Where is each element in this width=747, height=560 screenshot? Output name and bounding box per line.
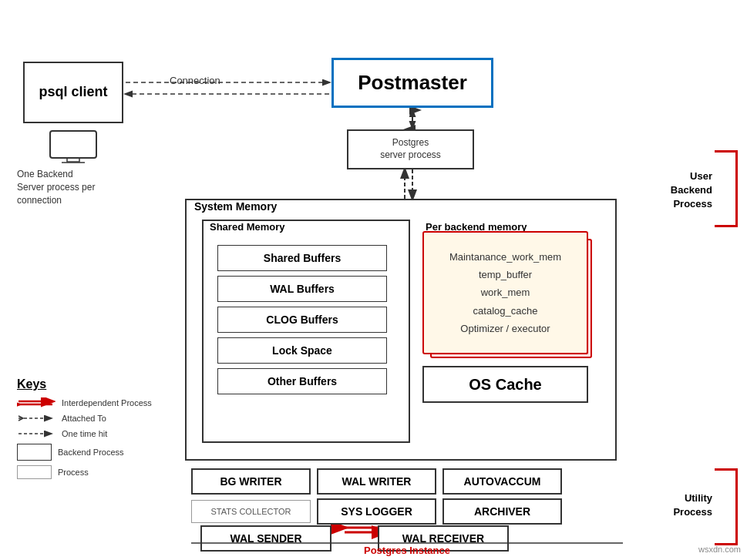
sm-item-shared-buffers: Shared Buffers [217,245,387,271]
key-process-label: Process [58,468,89,477]
key-onetime-label: One time hit [62,429,107,438]
psql-client-label: psql client [39,84,107,101]
user-backend-label: User Backend Process [671,169,712,212]
per-backend-item-2: work_mem [481,283,530,301]
svg-rect-10 [67,158,79,162]
key-attached-label: Attached To [62,414,106,423]
psql-client-box: psql client [23,62,123,123]
key-interdependent-label: Interdependent Process [62,398,152,407]
key-process-box [17,465,52,479]
pg-server-box: Postgres server process [347,129,474,169]
sm-item-other-buffers: Other Buffers [217,368,387,394]
sm-item-wal-buffers: WAL Buffers [217,276,387,302]
pg-instance-label: Postgres Instance ( Memory + Postmaster … [191,544,623,560]
keys-section: Keys Interdependent Process Attached To [17,377,171,484]
monitor-icon [46,129,100,164]
per-backend-item-3: catalog_cache [473,302,538,320]
wal-writer-box: WAL WRITER [317,468,436,495]
per-backend-item-1: temp_buffer [479,266,532,283]
system-memory-title: System Memory [194,200,277,213]
key-onetime-arrow [17,428,56,439]
os-cache-label: OS Cache [469,376,541,394]
key-onetime: One time hit [17,428,171,439]
key-attached: Attached To [17,413,171,424]
key-attached-arrow [17,413,56,424]
sm-item-clog-buffers: CLOG Buffers [217,307,387,333]
bg-writer-box: BG WRITER [191,468,311,495]
postmaster-label: Postmaster [358,71,467,95]
watermark: wsxdn.com [698,545,741,554]
postmaster-box: Postmaster [331,58,493,108]
utility-brace [715,468,738,545]
process-row2: STATS COLLECTOR SYS LOGGER ARCHIVER [191,498,562,525]
utility-label: Utility Process [673,491,712,519]
per-backend-item-4: Optimizer / executor [460,320,550,337]
connection-label: Connection [170,75,220,86]
archiver-box: ARCHIVER [442,498,562,525]
user-backend-brace [715,150,738,227]
main-container: psql client One Backend Server process p… [0,0,747,560]
key-interdependent: Interdependent Process [17,397,171,408]
key-process: Process [17,465,171,479]
autovaccum-box: AUTOVACCUM [442,468,562,495]
key-backend-box [17,444,52,461]
per-backend-item-0: Maintanance_work_mem [449,248,561,266]
key-backend-label: Backend Process [58,448,124,457]
key-interdependent-arrow [17,397,56,408]
one-backend-text: One Backend Server process per connectio… [17,168,95,206]
sys-logger-box: SYS LOGGER [317,498,436,525]
sm-item-lock-space: Lock Space [217,337,387,364]
os-cache-box: OS Cache [422,366,588,403]
stacked-card-1: Maintanance_work_mem temp_buffer work_me… [422,231,588,354]
keys-title: Keys [17,377,171,391]
svg-rect-9 [50,131,96,158]
stats-collector-box: STATS COLLECTOR [191,500,311,523]
shared-memory-title: Shared Memory [210,221,285,233]
process-row1: BG WRITER WAL WRITER AUTOVACCUM [191,468,562,495]
key-backend: Backend Process [17,444,171,461]
pg-server-label: Postgres server process [380,137,441,161]
bottom-divider [191,542,623,545]
